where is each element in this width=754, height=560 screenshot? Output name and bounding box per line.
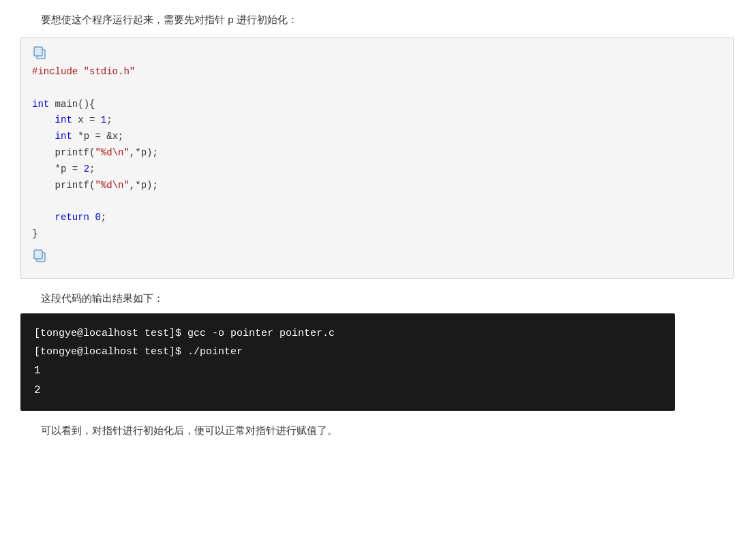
- terminal-output-1: 1: [34, 361, 661, 381]
- terminal-line-2: [tongye@localhost test]$ ./pointer: [34, 343, 661, 361]
- code-block: #include "stdio.h" int main(){ int x = 1…: [20, 37, 734, 279]
- terminal-block: [tongye@localhost test]$ gcc -o pointer …: [20, 313, 675, 411]
- svg-rect-1: [34, 47, 42, 56]
- bottom-text: 可以看到，对指针进行初始化后，便可以正常对指针进行赋值了。: [20, 424, 734, 437]
- svg-rect-3: [34, 250, 42, 259]
- terminal-output-2: 2: [34, 381, 661, 401]
- middle-text: 这段代码的输出结果如下：: [20, 292, 734, 305]
- intro-text: 要想使这个程序运行起来，需要先对指针 p 进行初始化：: [20, 14, 734, 27]
- copy-icon-top[interactable]: [32, 45, 47, 60]
- terminal-line-1: [tongye@localhost test]$ gcc -o pointer …: [34, 324, 661, 343]
- copy-icon-bottom[interactable]: [32, 248, 47, 263]
- code-content: #include "stdio.h" int main(){ int x = 1…: [32, 64, 722, 243]
